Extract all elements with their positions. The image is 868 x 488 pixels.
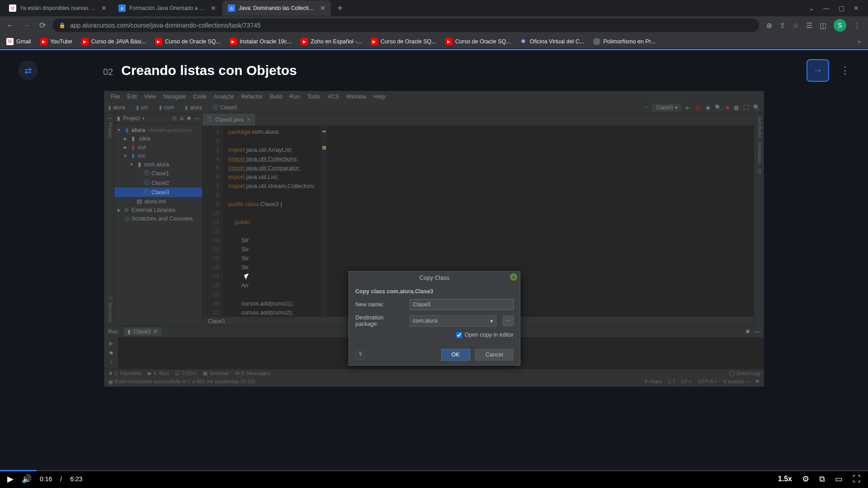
ok-button[interactable]: OK	[441, 349, 470, 361]
menu-edit[interactable]: Edit	[124, 93, 140, 101]
hide-icon[interactable]: —	[194, 115, 199, 122]
menu-view[interactable]: View	[142, 93, 159, 101]
tree-item[interactable]: ◎Scratches and Consoles	[114, 214, 202, 223]
forward-button[interactable]: →	[20, 21, 33, 30]
find-icon[interactable]: 🔍	[715, 104, 722, 111]
tree-item[interactable]: ▶▮.idea	[114, 134, 202, 143]
debug-icon[interactable]: 🐞	[694, 104, 701, 111]
crumb[interactable]: src	[141, 104, 148, 111]
browser-tab-active[interactable]: a Java: Dominando las Collections ✕	[222, 0, 331, 16]
reload-button[interactable]: ⟳	[36, 20, 49, 30]
menu-toggle-button[interactable]: ⇄	[18, 61, 38, 80]
bookmark-star-icon[interactable]: ☆	[793, 21, 799, 30]
side-panel-icon[interactable]: ◫	[820, 21, 826, 30]
cancel-button[interactable]: Cancel	[475, 349, 514, 361]
event-log[interactable]: ◯ Event Log	[729, 370, 760, 376]
close-icon[interactable]: ✕	[320, 5, 326, 12]
menu-window[interactable]: Window	[344, 93, 369, 101]
stop-icon[interactable]: ■	[726, 104, 729, 111]
menu-vcs[interactable]: VCS	[325, 93, 342, 101]
target-icon[interactable]: ⊙	[172, 115, 177, 122]
close-window-icon[interactable]: ✕	[854, 5, 859, 12]
settings-icon[interactable]: ✱	[187, 115, 191, 122]
collapse-icon[interactable]: ⇊	[179, 115, 184, 122]
help-button[interactable]: ?	[355, 350, 365, 360]
bookmark-item[interactable]: Polimorfismo en Pr...	[590, 36, 658, 47]
open-copy-checkbox[interactable]	[456, 332, 462, 338]
run-config-select[interactable]: Clase3 ▾	[652, 103, 681, 112]
crumb[interactable]: com	[164, 104, 175, 111]
run-tab[interactable]: ▮ Clase3 ✕	[124, 328, 161, 336]
maximize-icon[interactable]: ▢	[839, 5, 844, 12]
up-icon[interactable]: ↑	[110, 359, 113, 366]
browse-button[interactable]: …	[503, 315, 514, 326]
bookmark-item[interactable]: ▶Instalar Oracle 19c...	[227, 36, 294, 47]
rerun-icon[interactable]: ▶	[109, 340, 113, 347]
crumb[interactable]: alura	[113, 104, 125, 111]
tree-root[interactable]: ▼▮alura ~/IdeaProjects/alura	[114, 126, 202, 134]
close-tab-icon[interactable]: ✕	[246, 117, 251, 123]
back-button[interactable]: ←	[4, 21, 16, 30]
browser-tab[interactable]: a Formación Java Orientado a Obj ✕	[113, 0, 222, 16]
menu-refactor[interactable]: Refactor	[238, 93, 265, 101]
video-progress[interactable]	[0, 470, 868, 471]
menu-file[interactable]: File	[108, 93, 123, 101]
bookmark-item[interactable]: ▶Curso de JAVA Bási...	[79, 36, 149, 47]
maven-tab[interactable]: m	[755, 169, 763, 173]
minimize-icon[interactable]: —	[823, 5, 830, 12]
new-tab-button[interactable]: +	[332, 3, 348, 14]
tree-item[interactable]: ▶⊪External Libraries	[114, 206, 202, 214]
next-lesson-button[interactable]: →	[807, 59, 829, 82]
share-icon[interactable]: ⇧	[779, 21, 785, 30]
package-select[interactable]: com.alura▾	[410, 315, 496, 327]
bookmark-youtube[interactable]: ▶YouTube	[38, 36, 75, 47]
search-everywhere-icon[interactable]: 🔍	[753, 104, 760, 111]
profile-avatar[interactable]: S	[834, 19, 846, 32]
fullscreen-icon[interactable]: ⛶	[853, 474, 861, 484]
settings-icon[interactable]: ⚙	[802, 474, 809, 484]
bookmark-gmail[interactable]: MGmail	[4, 36, 34, 47]
dialog-close-button[interactable]: ✕	[510, 273, 517, 281]
pip-icon[interactable]: ⧉	[819, 474, 825, 484]
menu-help[interactable]: Help	[371, 93, 388, 101]
run-icon[interactable]: ▶	[686, 104, 690, 111]
bookmark-item[interactable]: ▶Curso de Oracle SQ...	[152, 36, 223, 47]
tree-item[interactable]: ▶▮out	[114, 143, 202, 151]
tree-class-selected[interactable]: ⒸClase3	[114, 188, 202, 197]
menu-analyze[interactable]: Analyze	[211, 93, 236, 101]
url-input[interactable]: 🔒 app.aluracursos.com/course/java-domina…	[52, 19, 759, 32]
options-menu-icon[interactable]: ⋮	[840, 65, 850, 76]
close-icon[interactable]: ✕	[211, 5, 216, 12]
tool-terminal[interactable]: ▣ Terminal	[203, 370, 228, 376]
bookmarks-overflow[interactable]: »	[854, 38, 864, 45]
zoom-icon[interactable]: ⊕	[766, 21, 772, 30]
crumb[interactable]: Clase3	[220, 104, 237, 111]
bookmark-item[interactable]: ✱Oficina Virtual del C...	[517, 36, 587, 47]
ant-tab[interactable]: Ant Build	[755, 117, 763, 137]
menu-run[interactable]: Run	[287, 93, 302, 101]
stop-icon[interactable]: ■	[109, 349, 113, 356]
coverage-icon[interactable]: ◉	[706, 104, 710, 111]
tool-run[interactable]: ▶ 4: Run	[148, 370, 169, 376]
settings-icon[interactable]: ✱	[745, 328, 750, 335]
layout-icon[interactable]: ▦	[734, 104, 739, 111]
structure-tab[interactable]: 7: Structure	[105, 296, 113, 322]
menu-code[interactable]: Code	[190, 93, 209, 101]
bookmark-item[interactable]: ▶Curso de Oracle SQ...	[368, 36, 439, 47]
bookmark-item[interactable]: ▶Zoho en Español -...	[298, 36, 364, 47]
tool-messages[interactable]: ✉ 0: Messages	[235, 370, 270, 376]
tree-class[interactable]: ⒸClase2	[114, 178, 202, 188]
tree-item[interactable]: ▼▮src	[114, 151, 202, 160]
tree-class[interactable]: ⒸClase1	[114, 169, 202, 178]
browser-tab[interactable]: M Ya están disponibles nuevas ruta ✕	[4, 0, 112, 16]
playback-speed[interactable]: 1.5x	[778, 475, 792, 483]
menu-navigate[interactable]: Navigate	[161, 93, 189, 101]
project-tab[interactable]: 1: Project	[105, 117, 113, 138]
menu-tools[interactable]: Tools	[304, 93, 323, 101]
tool-todo[interactable]: ☑ TODO	[175, 370, 196, 376]
theater-icon[interactable]: ▭	[835, 474, 843, 484]
volume-icon[interactable]: 🔊	[22, 474, 32, 484]
bookmark-item[interactable]: ▶Curso de Oracle SQ...	[443, 36, 514, 47]
tree-item[interactable]: ▼▮com.alura	[114, 160, 202, 169]
tree-item[interactable]: ▤alura.iml	[114, 197, 202, 206]
